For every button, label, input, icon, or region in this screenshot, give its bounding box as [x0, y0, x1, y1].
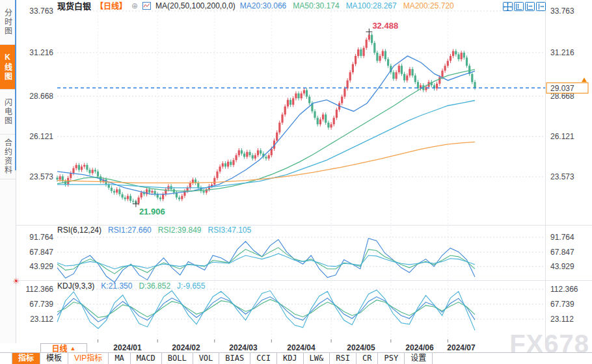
sidebar-accent-divider: [15, 0, 16, 170]
gridlines: 33.76333.76331.21631.21628.66828.66826.1…: [16, 0, 592, 343]
add-indicator-icon[interactable]: ⊕: [131, 1, 138, 10]
toolbar-button-cci[interactable]: CCI: [250, 353, 277, 364]
chart-canvas[interactable]: 33.76333.76331.21631.21628.66828.66826.1…: [16, 0, 592, 343]
ma-values: MA20:30.066MA50:30.174MA100:28.267MA200:…: [240, 1, 454, 10]
kdj-values: K:21.350D:36.852J:-9.655: [101, 281, 205, 291]
y-axis-label: 67.847: [29, 248, 53, 257]
rsi-header: RSI(6,12,24) RSI1:27.660RSI2:39.849RSI3:…: [57, 226, 251, 235]
period-selector[interactable]: 日线 ▲: [40, 343, 87, 353]
crosshair-move-icon[interactable]: [503, 2, 513, 11]
rsi1-line: [57, 239, 475, 283]
sun-icon[interactable]: ☀: [12, 276, 20, 286]
y-axis-label: 91.764: [29, 233, 53, 242]
svg-text:29.037: 29.037: [550, 84, 574, 93]
y-axis-label: 33.763: [29, 6, 53, 16]
ma-chart-icon: [142, 2, 151, 10]
shift-right-icon[interactable]: [536, 2, 546, 11]
ma-value-label: MA50:30.174: [293, 1, 339, 10]
y-axis-label: 67.847: [550, 248, 574, 257]
toolbar-button-cr[interactable]: CR: [357, 353, 378, 364]
y-axis-label: 31.216: [29, 48, 53, 57]
sidebar-tab-kline-chart[interactable]: K线图: [0, 45, 16, 90]
rsi-params-label: RSI(6,12,24): [57, 226, 101, 235]
rsi-values: RSI1:27.660RSI2:39.849RSI3:47.105: [108, 226, 251, 235]
y-axis-label: 43.929: [29, 262, 53, 271]
kdj-value-label: K:21.350: [101, 281, 132, 291]
toolbar-button-psy[interactable]: PSY: [378, 353, 405, 364]
trading-app-window: 分时图K线图闪电图合约资料 33.76333.76331.21631.21628…: [0, 0, 592, 364]
toolbar-button-macd[interactable]: MACD: [131, 353, 162, 364]
toolbar-button-settings[interactable]: 设置: [405, 353, 433, 364]
y-axis-label: 26.121: [550, 132, 574, 141]
svg-text:32.488: 32.488: [372, 21, 398, 31]
y-axis-label: 23.112: [550, 315, 574, 324]
y-axis-label: 31.216: [550, 48, 574, 57]
rsi-value-label: RSI1:27.660: [108, 226, 152, 235]
x-axis-label: 2024/07: [439, 343, 483, 352]
high-marker: 32.488: [366, 21, 398, 35]
last-price-badge: 29.037: [546, 77, 588, 93]
x-axis-label: 2024/02: [164, 343, 208, 352]
d-line: [57, 300, 475, 318]
sidebar-tab-time-chart[interactable]: 分时图: [0, 0, 16, 45]
toolbar-button-kdj[interactable]: KDJ: [277, 353, 304, 364]
y-axis-label: 33.763: [550, 6, 574, 16]
toolbar-button-ma[interactable]: MA: [109, 353, 130, 364]
y-axis-scale-icon[interactable]: [514, 2, 524, 11]
x-axis-label: 2024/01: [105, 343, 150, 352]
chevron-up-icon: ▲: [70, 345, 76, 352]
y-axis-label: 28.668: [29, 92, 53, 101]
y-axis-label: 91.764: [550, 233, 574, 242]
kdj-value-label: D:36.852: [139, 281, 170, 291]
ma-value-label: MA20:30.066: [240, 1, 286, 10]
sidebar-tab-flash-chart[interactable]: 闪电图: [0, 90, 16, 135]
kdj-value-label: J:-9.655: [177, 281, 205, 291]
low-marker: 21.906: [133, 201, 165, 216]
y-axis-label: 26.121: [29, 132, 53, 141]
y-axis-label: 67.739: [29, 300, 53, 309]
x-axis-label: 2024/05: [339, 343, 383, 352]
toolbar-button-bias[interactable]: BIAS: [219, 353, 250, 364]
symbol-title: 现货白银: [57, 0, 91, 12]
ma-value-label: MA200:25.720: [403, 1, 454, 10]
svg-text:21.906: 21.906: [139, 207, 165, 216]
ma-value-label: MA100:28.267: [346, 1, 397, 10]
y-axis-label: 67.739: [550, 300, 574, 309]
x-axis-scale-icon[interactable]: [525, 2, 535, 11]
toolbar-button-lw[interactable]: LW&: [304, 353, 330, 364]
y-axis-label: 43.929: [550, 262, 574, 271]
sidebar: 分时图K线图闪电图合约资料: [0, 0, 16, 364]
rsi-value-label: RSI2:39.849: [158, 226, 202, 235]
x-axis-label: 2024/06: [397, 343, 442, 352]
ma50-line: [57, 70, 475, 191]
toolbar-button-vol[interactable]: VOL: [193, 353, 220, 364]
y-axis-label: 112.366: [26, 285, 54, 294]
y-axis-label: 23.112: [30, 315, 53, 324]
ma-params-label: MA(20,50,100,200,0,0): [155, 1, 235, 10]
indicator-toolbar: 指标模板VIP指标MAMACDBOLLVOLBIASCCIKDJLW&RSICR…: [0, 352, 592, 364]
period-title: 【日线】: [96, 0, 127, 11]
x-axis-label: 2024/03: [221, 343, 265, 352]
rsi-value-label: RSI3:47.105: [208, 226, 251, 235]
chart-tool-icons: [503, 2, 546, 11]
toolbar-button-template[interactable]: 模板: [40, 353, 68, 364]
y-axis-label: 23.573: [550, 172, 574, 181]
kdj-header: KDJ(9,3,3) K:21.350D:36.852J:-9.655: [57, 281, 205, 291]
kdj-params-label: KDJ(9,3,3): [57, 281, 94, 291]
toolbar-button-boll[interactable]: BOLL: [162, 353, 193, 364]
j-line: [57, 290, 475, 330]
toolbar-button-vip-indicator[interactable]: VIP指标: [68, 353, 109, 364]
toolbar-button-rsi[interactable]: RSI: [330, 353, 357, 364]
x-axis-label: 2024/04: [279, 343, 323, 352]
y-axis-label: 112.366: [550, 285, 578, 294]
toolbar-spacer: [0, 353, 12, 364]
sidebar-tab-contract-info[interactable]: 合约资料: [0, 135, 16, 179]
x-axis-row: 日线 ▲ 2024/012024/022024/032024/042024/05…: [0, 343, 592, 352]
chart-header: 现货白银 【日线】 ⊕ MA(20,50,100,200,0,0) MA20:3…: [57, 1, 454, 10]
y-axis-label: 23.573: [29, 172, 53, 181]
toolbar-button-indicator[interactable]: 指标: [12, 353, 40, 364]
ma100-line: [57, 101, 475, 188]
